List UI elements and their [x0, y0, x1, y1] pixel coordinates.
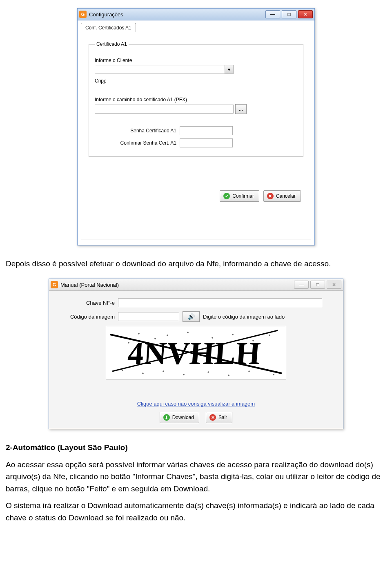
captcha-svg: 4NVHLH [106, 326, 286, 379]
captcha-audio-button[interactable]: 🔊 [183, 311, 200, 322]
group-legend: Certificado A1 [95, 41, 129, 47]
label-cnpj: Cnpj: [95, 78, 297, 84]
paragraph-1: Depois disso é possível efetuar o downlo… [0, 258, 392, 270]
paragraph-2b: O sistema irá realizar o Download automa… [0, 500, 392, 524]
sair-label: Sair [218, 415, 227, 420]
svg-point-11 [269, 335, 270, 336]
exit-icon: ✕ [209, 414, 216, 421]
app-icon: G [51, 281, 58, 288]
svg-point-15 [183, 374, 185, 375]
download-button[interactable]: ⬇ Download [160, 412, 199, 423]
svg-point-13 [143, 373, 144, 374]
svg-point-3 [128, 342, 129, 343]
codigo-imagem-input[interactable] [118, 312, 179, 321]
sair-button[interactable]: ✕ Sair [206, 412, 232, 423]
minimize-button[interactable]: — [294, 281, 309, 289]
tab-page: Certificado A1 Informe o Cliente ▼ Cnpj:… [81, 32, 311, 239]
speaker-icon: 🔊 [188, 313, 195, 320]
close-icon: ✕ [303, 11, 307, 17]
minimize-icon: — [270, 11, 275, 17]
captcha-reload-link[interactable]: Clique aqui caso não consiga visualizar … [137, 401, 255, 407]
maximize-button[interactable]: □ [282, 10, 296, 18]
senha-input[interactable] [180, 126, 233, 135]
browse-button[interactable]: ... [235, 104, 247, 114]
check-icon: ✓ [223, 193, 230, 199]
svg-point-5 [155, 338, 156, 339]
svg-point-6 [167, 335, 168, 336]
minimize-icon: — [299, 282, 304, 288]
svg-point-18 [249, 371, 250, 372]
svg-point-7 [187, 332, 189, 333]
path-input[interactable] [95, 105, 234, 114]
maximize-button[interactable]: □ [310, 281, 325, 289]
label-cliente: Informe o Cliente [95, 58, 297, 63]
window-title: Manual (Portal Nacional) [60, 282, 294, 288]
cancelar-label: Cancelar [276, 193, 296, 199]
svg-point-8 [212, 337, 213, 339]
confirmar-label: Confirmar [232, 193, 254, 199]
svg-point-12 [122, 370, 123, 371]
chave-nfe-input[interactable] [118, 298, 322, 307]
window-title: Configurações [89, 11, 265, 18]
close-icon: ✕ [332, 282, 336, 288]
label-senha: Senha Certificado A1 [95, 128, 176, 134]
tab-conf-certificados[interactable]: Conf. Certificados A1 [81, 23, 136, 32]
paragraph-2a: Ao acessar essa opção será possível info… [0, 459, 392, 495]
download-label: Download [172, 415, 194, 420]
download-icon: ⬇ [163, 414, 170, 421]
captcha-text: 4NVHLH [127, 336, 262, 371]
chevron-down-icon[interactable]: ▼ [225, 65, 233, 74]
manual-window: G Manual (Portal Nacional) — □ ✕ Chave N… [49, 279, 343, 429]
config-window: G Configurações — □ ✕ Conf. Certificados… [77, 8, 315, 245]
close-button[interactable]: ✕ [298, 10, 313, 18]
maximize-icon: □ [316, 282, 319, 288]
svg-point-17 [228, 375, 229, 376]
titlebar[interactable]: G Configurações — □ ✕ [78, 9, 314, 20]
svg-point-10 [253, 340, 254, 341]
svg-point-16 [208, 372, 209, 373]
captcha-image: 4NVHLH [106, 326, 286, 380]
label-path: Informe o caminho do certificado A1 (PFX… [95, 97, 297, 103]
confirmar-button[interactable]: ✓ Confirmar [220, 190, 259, 202]
codigo-hint: Digite o código da imagem ao lado [203, 314, 285, 320]
cancelar-button[interactable]: ✕ Cancelar [263, 190, 301, 202]
svg-point-19 [273, 374, 274, 375]
cliente-combo[interactable]: ▼ [95, 65, 234, 74]
svg-point-4 [138, 333, 140, 335]
app-icon: G [79, 11, 87, 18]
label-codigo-imagem: Código da imagem [56, 314, 115, 320]
cancel-icon: ✕ [267, 193, 274, 199]
close-button[interactable]: ✕ [327, 281, 341, 289]
section-2-heading: 2-Automático (Layout São Paulo) [0, 442, 392, 453]
minimize-button[interactable]: — [265, 10, 280, 18]
label-confirmar-senha: Confirmar Senha Cert. A1 [95, 140, 176, 146]
svg-point-14 [163, 371, 164, 372]
maximize-icon: □ [287, 11, 290, 17]
label-chave-nfe: Chave NF-e [56, 300, 115, 306]
certificado-a1-group: Certificado A1 Informe o Cliente ▼ Cnpj:… [89, 41, 303, 157]
confirmar-senha-input[interactable] [180, 138, 233, 147]
titlebar[interactable]: G Manual (Portal Nacional) — □ ✕ [49, 279, 343, 291]
svg-point-9 [232, 334, 234, 335]
svg-point-2 [118, 336, 119, 337]
